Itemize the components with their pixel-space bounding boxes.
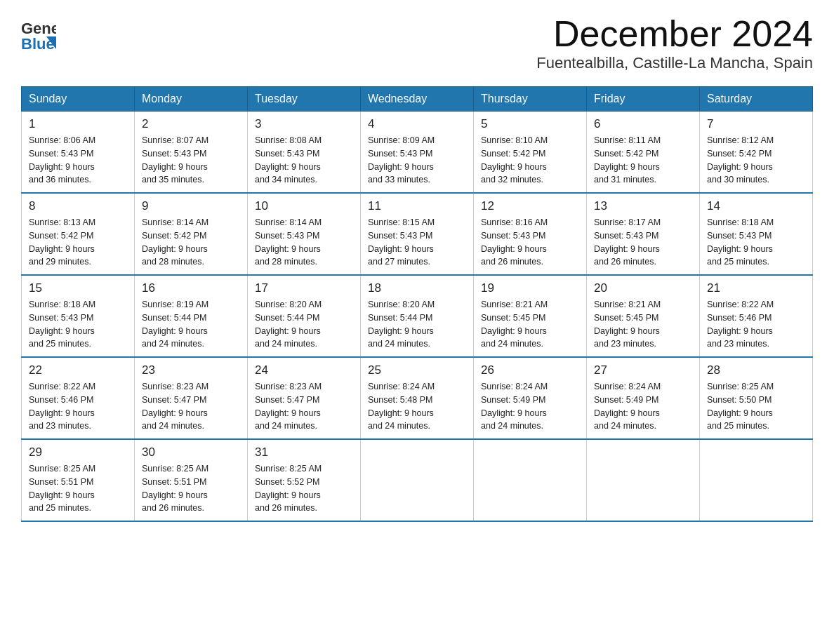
- table-row: 20 Sunrise: 8:21 AM Sunset: 5:45 PM Dayl…: [587, 275, 700, 357]
- table-row: 26 Sunrise: 8:24 AM Sunset: 5:49 PM Dayl…: [474, 357, 587, 439]
- day-info: Sunrise: 8:17 AM Sunset: 5:43 PM Dayligh…: [594, 216, 692, 269]
- daylight-label: Daylight: 9 hours: [255, 490, 321, 500]
- sunset-label: Sunset: 5:44 PM: [368, 313, 432, 323]
- sunrise-label: Sunrise: 8:21 AM: [594, 300, 661, 309]
- table-row: 4 Sunrise: 8:09 AM Sunset: 5:43 PM Dayli…: [361, 112, 474, 194]
- day-number: 17: [255, 281, 353, 295]
- col-wednesday: Wednesday: [361, 87, 474, 112]
- daylight-minutes: and 35 minutes.: [142, 175, 204, 185]
- daylight-minutes: and 30 minutes.: [707, 175, 769, 185]
- day-info: Sunrise: 8:23 AM Sunset: 5:47 PM Dayligh…: [255, 380, 353, 433]
- sunrise-label: Sunrise: 8:09 AM: [368, 135, 435, 145]
- col-friday: Friday: [587, 87, 700, 112]
- sunset-label: Sunset: 5:43 PM: [707, 231, 772, 241]
- day-number: 19: [481, 281, 579, 295]
- daylight-minutes: and 24 minutes.: [142, 339, 204, 349]
- table-row: 9 Sunrise: 8:14 AM Sunset: 5:42 PM Dayli…: [135, 193, 248, 275]
- daylight-label: Daylight: 9 hours: [29, 162, 95, 172]
- day-number: 21: [707, 281, 805, 295]
- day-number: 9: [142, 199, 240, 213]
- daylight-label: Daylight: 9 hours: [368, 408, 434, 418]
- sunset-label: Sunset: 5:43 PM: [255, 149, 319, 159]
- day-info: Sunrise: 8:20 AM Sunset: 5:44 PM Dayligh…: [255, 298, 353, 351]
- day-info: Sunrise: 8:18 AM Sunset: 5:43 PM Dayligh…: [707, 216, 805, 269]
- day-info: Sunrise: 8:13 AM Sunset: 5:42 PM Dayligh…: [29, 216, 127, 269]
- daylight-label: Daylight: 9 hours: [707, 244, 773, 254]
- sunset-label: Sunset: 5:51 PM: [29, 477, 93, 487]
- table-row: 11 Sunrise: 8:15 AM Sunset: 5:43 PM Dayl…: [361, 193, 474, 275]
- daylight-minutes: and 25 minutes.: [29, 503, 91, 513]
- sunset-label: Sunset: 5:49 PM: [594, 395, 658, 405]
- sunrise-label: Sunrise: 8:25 AM: [29, 464, 95, 474]
- sunset-label: Sunset: 5:42 PM: [29, 231, 93, 241]
- table-row: 5 Sunrise: 8:10 AM Sunset: 5:42 PM Dayli…: [474, 112, 587, 194]
- daylight-label: Daylight: 9 hours: [142, 408, 208, 418]
- daylight-minutes: and 24 minutes.: [368, 421, 430, 431]
- sunrise-label: Sunrise: 8:11 AM: [594, 135, 661, 145]
- sunset-label: Sunset: 5:44 PM: [255, 313, 319, 323]
- day-number: 31: [255, 445, 353, 459]
- daylight-label: Daylight: 9 hours: [142, 490, 208, 500]
- daylight-minutes: and 27 minutes.: [368, 257, 430, 267]
- sunset-label: Sunset: 5:42 PM: [707, 149, 772, 159]
- logo-icon: General Blue: [21, 14, 56, 53]
- day-number: 7: [707, 117, 805, 131]
- daylight-minutes: and 24 minutes.: [255, 339, 317, 349]
- table-row: 10 Sunrise: 8:14 AM Sunset: 5:43 PM Dayl…: [248, 193, 361, 275]
- daylight-label: Daylight: 9 hours: [481, 326, 547, 336]
- daylight-label: Daylight: 9 hours: [142, 326, 208, 336]
- table-row: 23 Sunrise: 8:23 AM Sunset: 5:47 PM Dayl…: [135, 357, 248, 439]
- daylight-label: Daylight: 9 hours: [594, 162, 660, 172]
- sunset-label: Sunset: 5:43 PM: [368, 231, 432, 241]
- daylight-minutes: and 34 minutes.: [255, 175, 317, 185]
- table-row: 31 Sunrise: 8:25 AM Sunset: 5:52 PM Dayl…: [248, 439, 361, 521]
- sunrise-label: Sunrise: 8:23 AM: [255, 382, 322, 391]
- col-monday: Monday: [135, 87, 248, 112]
- day-info: Sunrise: 8:18 AM Sunset: 5:43 PM Dayligh…: [29, 298, 127, 351]
- table-row: 13 Sunrise: 8:17 AM Sunset: 5:43 PM Dayl…: [587, 193, 700, 275]
- calendar-week-3: 15 Sunrise: 8:18 AM Sunset: 5:43 PM Dayl…: [22, 275, 813, 357]
- col-thursday: Thursday: [474, 87, 587, 112]
- day-info: Sunrise: 8:19 AM Sunset: 5:44 PM Dayligh…: [142, 298, 240, 351]
- calendar-header-row: Sunday Monday Tuesday Wednesday Thursday…: [22, 87, 813, 112]
- table-row: [474, 439, 587, 521]
- daylight-minutes: and 24 minutes.: [481, 421, 543, 431]
- daylight-label: Daylight: 9 hours: [29, 326, 95, 336]
- sunrise-label: Sunrise: 8:22 AM: [707, 300, 774, 309]
- daylight-minutes: and 23 minutes.: [707, 339, 769, 349]
- day-number: 23: [142, 363, 240, 377]
- table-row: 25 Sunrise: 8:24 AM Sunset: 5:48 PM Dayl…: [361, 357, 474, 439]
- logo: General Blue: [21, 14, 56, 53]
- daylight-minutes: and 24 minutes.: [481, 339, 543, 349]
- daylight-minutes: and 25 minutes.: [707, 421, 769, 431]
- table-row: 30 Sunrise: 8:25 AM Sunset: 5:51 PM Dayl…: [135, 439, 248, 521]
- day-info: Sunrise: 8:06 AM Sunset: 5:43 PM Dayligh…: [29, 134, 127, 187]
- daylight-minutes: and 31 minutes.: [594, 175, 656, 185]
- day-info: Sunrise: 8:11 AM Sunset: 5:42 PM Dayligh…: [594, 134, 692, 187]
- sunset-label: Sunset: 5:44 PM: [142, 313, 206, 323]
- day-number: 4: [368, 117, 466, 131]
- sunrise-label: Sunrise: 8:12 AM: [707, 135, 774, 145]
- day-number: 15: [29, 281, 127, 295]
- daylight-minutes: and 24 minutes.: [255, 421, 317, 431]
- daylight-minutes: and 23 minutes.: [29, 421, 91, 431]
- day-number: 27: [594, 363, 692, 377]
- table-row: 22 Sunrise: 8:22 AM Sunset: 5:46 PM Dayl…: [22, 357, 135, 439]
- table-row: 28 Sunrise: 8:25 AM Sunset: 5:50 PM Dayl…: [700, 357, 813, 439]
- daylight-minutes: and 24 minutes.: [594, 421, 656, 431]
- table-row: 24 Sunrise: 8:23 AM Sunset: 5:47 PM Dayl…: [248, 357, 361, 439]
- sunrise-label: Sunrise: 8:24 AM: [594, 382, 661, 391]
- table-row: [361, 439, 474, 521]
- day-info: Sunrise: 8:21 AM Sunset: 5:45 PM Dayligh…: [481, 298, 579, 351]
- day-number: 26: [481, 363, 579, 377]
- day-number: 13: [594, 199, 692, 213]
- sunset-label: Sunset: 5:47 PM: [255, 395, 319, 405]
- table-row: 15 Sunrise: 8:18 AM Sunset: 5:43 PM Dayl…: [22, 275, 135, 357]
- calendar-week-2: 8 Sunrise: 8:13 AM Sunset: 5:42 PM Dayli…: [22, 193, 813, 275]
- day-info: Sunrise: 8:07 AM Sunset: 5:43 PM Dayligh…: [142, 134, 240, 187]
- table-row: 27 Sunrise: 8:24 AM Sunset: 5:49 PM Dayl…: [587, 357, 700, 439]
- day-number: 20: [594, 281, 692, 295]
- daylight-label: Daylight: 9 hours: [29, 408, 95, 418]
- table-row: 18 Sunrise: 8:20 AM Sunset: 5:44 PM Dayl…: [361, 275, 474, 357]
- daylight-minutes: and 26 minutes.: [481, 257, 543, 267]
